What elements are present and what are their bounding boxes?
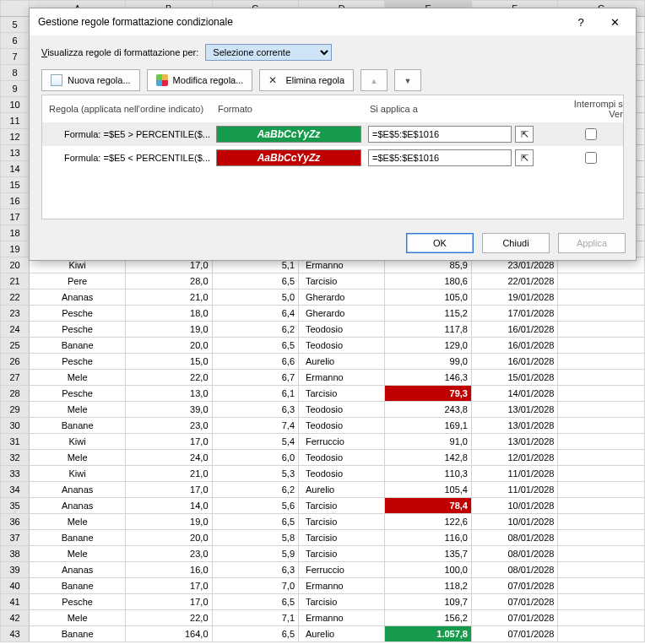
cell[interactable]: 109,7 xyxy=(385,594,471,610)
cell[interactable]: 16/01/2028 xyxy=(471,322,557,338)
cell[interactable]: Gherardo xyxy=(299,290,385,306)
cell[interactable]: 20,0 xyxy=(126,530,212,546)
cell[interactable]: Tarcisio xyxy=(299,514,385,530)
cell[interactable]: 78,4 xyxy=(385,498,471,514)
cell[interactable] xyxy=(558,530,645,546)
row-header[interactable]: 18 xyxy=(1,225,30,241)
row-header[interactable]: 9 xyxy=(1,81,30,97)
cell[interactable]: Tarcisio xyxy=(299,546,385,562)
cell[interactable]: 22,0 xyxy=(126,370,212,386)
cell[interactable]: Banane xyxy=(30,530,126,546)
cell[interactable]: Ermanno xyxy=(299,610,385,626)
cell[interactable]: Tarcisio xyxy=(299,273,385,290)
cell[interactable]: 11/01/2028 xyxy=(471,482,557,498)
cell[interactable]: Mele xyxy=(30,370,126,386)
cell[interactable]: Banane xyxy=(30,418,126,434)
cell[interactable]: Ananas xyxy=(30,562,126,578)
cell[interactable]: 16,0 xyxy=(126,562,212,578)
cell[interactable]: 16/01/2028 xyxy=(471,354,557,370)
cell[interactable]: 116,0 xyxy=(385,530,471,546)
cell[interactable]: 19,0 xyxy=(126,322,212,338)
cell[interactable]: 5,6 xyxy=(212,498,298,514)
row-header[interactable]: 36 xyxy=(1,514,30,530)
stop-if-true-checkbox[interactable] xyxy=(585,128,597,140)
cell[interactable]: 105,0 xyxy=(385,290,471,306)
cell[interactable]: 164,0 xyxy=(126,626,212,642)
cell[interactable]: 5,8 xyxy=(212,530,298,546)
cell[interactable]: Pesche xyxy=(30,322,126,338)
cell[interactable]: 117,8 xyxy=(385,322,471,338)
cell[interactable] xyxy=(558,498,645,514)
row-header[interactable]: 21 xyxy=(1,273,30,290)
cell[interactable]: Mele xyxy=(30,450,126,466)
cell[interactable]: Ermanno xyxy=(299,370,385,386)
cell[interactable]: 7,1 xyxy=(212,610,298,626)
cell[interactable]: Pesche xyxy=(30,354,126,370)
cell[interactable]: Pesche xyxy=(30,594,126,610)
cell[interactable]: 13/01/2028 xyxy=(471,402,557,418)
cell[interactable]: Banane xyxy=(30,626,126,642)
cell[interactable]: 142,8 xyxy=(385,450,471,466)
row-header[interactable]: 20 xyxy=(1,257,30,273)
cell[interactable] xyxy=(558,273,645,290)
row-header[interactable]: 16 xyxy=(1,193,30,209)
cell[interactable]: Teodosio xyxy=(299,402,385,418)
row-header[interactable]: 23 xyxy=(1,306,30,322)
row-header[interactable]: 33 xyxy=(1,466,30,482)
row-header[interactable]: 22 xyxy=(1,290,30,306)
cell[interactable]: 6,3 xyxy=(212,562,298,578)
cell[interactable]: Teodosio xyxy=(299,418,385,434)
cell[interactable]: 08/01/2028 xyxy=(471,530,557,546)
cell[interactable]: Ferruccio xyxy=(299,434,385,450)
cell[interactable]: 5,9 xyxy=(212,546,298,562)
row-header[interactable]: 31 xyxy=(1,434,30,450)
cell[interactable] xyxy=(558,402,645,418)
row-header[interactable]: 35 xyxy=(1,498,30,514)
row-header[interactable]: 27 xyxy=(1,370,30,386)
row-header[interactable]: 42 xyxy=(1,610,30,626)
close-button[interactable]: Chiudi xyxy=(482,233,550,253)
cell[interactable]: Ferruccio xyxy=(299,562,385,578)
stop-if-true-checkbox[interactable] xyxy=(585,152,597,164)
cell[interactable]: 14/01/2028 xyxy=(471,386,557,402)
cell[interactable]: 07/01/2028 xyxy=(471,626,557,642)
cell[interactable]: 6,2 xyxy=(212,482,298,498)
row-header[interactable]: 32 xyxy=(1,450,30,466)
cell[interactable]: 156,2 xyxy=(385,610,471,626)
cell[interactable]: 08/01/2028 xyxy=(471,562,557,578)
cell[interactable]: 169,1 xyxy=(385,418,471,434)
move-down-button[interactable] xyxy=(394,69,421,91)
cell[interactable]: 110,3 xyxy=(385,466,471,482)
row-header[interactable]: 10 xyxy=(1,97,30,113)
cell[interactable]: 91,0 xyxy=(385,434,471,450)
cell[interactable]: Tarcisio xyxy=(299,386,385,402)
ok-button[interactable]: OK xyxy=(406,233,474,253)
applies-to-input[interactable] xyxy=(368,149,512,166)
row-header[interactable]: 19 xyxy=(1,241,30,257)
row-header[interactable]: 43 xyxy=(1,626,30,642)
row-header[interactable]: 25 xyxy=(1,338,30,354)
cell[interactable]: Aurelio xyxy=(299,482,385,498)
cell[interactable] xyxy=(558,514,645,530)
cell[interactable]: Pesche xyxy=(30,306,126,322)
row-header[interactable]: 24 xyxy=(1,322,30,338)
cell[interactable]: 79,3 xyxy=(385,386,471,402)
cell[interactable]: 39,0 xyxy=(126,402,212,418)
cell[interactable]: 6,1 xyxy=(212,386,298,402)
cell[interactable] xyxy=(558,562,645,578)
range-picker-icon[interactable]: ⇱ xyxy=(515,149,534,166)
cell[interactable]: 17,0 xyxy=(126,578,212,594)
cell[interactable]: 13/01/2028 xyxy=(471,418,557,434)
cell[interactable]: Teodosio xyxy=(299,450,385,466)
cell[interactable] xyxy=(558,322,645,338)
cell[interactable]: Tarcisio xyxy=(299,498,385,514)
cell[interactable]: 6,3 xyxy=(212,402,298,418)
row-header[interactable]: 26 xyxy=(1,354,30,370)
row-header[interactable]: 15 xyxy=(1,177,30,193)
cell[interactable] xyxy=(558,290,645,306)
corner-cell[interactable] xyxy=(1,1,30,17)
cell[interactable]: 11/01/2028 xyxy=(471,466,557,482)
cell[interactable]: 13,0 xyxy=(126,386,212,402)
cell[interactable]: Gherardo xyxy=(299,306,385,322)
edit-rule-button[interactable]: Modifica regola... xyxy=(147,69,253,91)
